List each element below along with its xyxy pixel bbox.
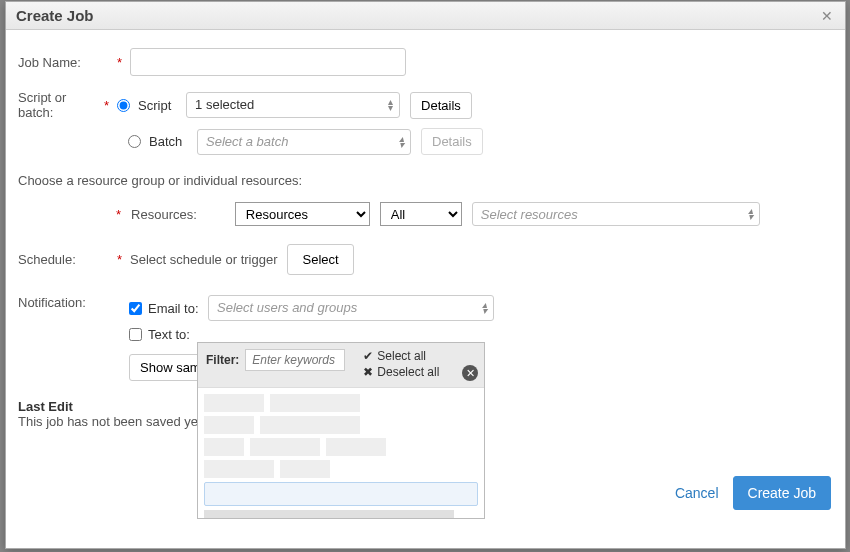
select-resources-placeholder: Select resources xyxy=(481,207,578,222)
resources-row: * Resources: Resources All Select resour… xyxy=(116,202,833,226)
resource-type-select[interactable]: Resources xyxy=(235,202,370,226)
script-row: Script or batch: * Script 1 selected ▴▾ … xyxy=(18,90,833,120)
batch-row: Batch Select a batch ▴▾ Details xyxy=(128,128,833,155)
script-radio[interactable] xyxy=(117,99,130,112)
deselect-all-label: Deselect all xyxy=(377,365,439,379)
email-to-placeholder: Select users and groups xyxy=(217,300,357,315)
x-icon: ✖ xyxy=(363,365,373,379)
dialog-title: Create Job xyxy=(16,7,94,24)
dialog-header: Create Job ✕ xyxy=(6,2,845,30)
text-to-label: Text to: xyxy=(148,327,208,342)
email-to-label: Email to: xyxy=(148,301,208,316)
email-to-select[interactable]: Select users and groups ▴▾ xyxy=(208,295,494,321)
dropdown-list[interactable] xyxy=(198,388,484,518)
close-icon[interactable]: ✕ xyxy=(819,8,835,24)
text-to-checkbox[interactable] xyxy=(129,328,142,341)
email-dropdown-panel: Filter: ✔ Select all ✖ Deselect all ✕ xyxy=(197,342,485,519)
notification-label: Notification: xyxy=(18,295,113,310)
text-to-row: Text to: xyxy=(129,327,494,342)
job-name-row: Job Name: * xyxy=(18,48,833,76)
script-select[interactable]: 1 selected ▴▾ xyxy=(186,92,400,118)
create-job-button[interactable]: Create Job xyxy=(733,476,831,510)
deselect-all-action[interactable]: ✖ Deselect all xyxy=(363,365,439,379)
notification-row: Notification: Email to: Select users and… xyxy=(18,295,833,348)
email-to-checkbox[interactable] xyxy=(129,302,142,315)
script-or-batch-label: Script or batch: xyxy=(18,90,100,120)
schedule-row: Schedule: * Select schedule or trigger S… xyxy=(18,244,833,275)
required-asterisk: * xyxy=(117,252,122,267)
batch-radio-label: Batch xyxy=(149,134,189,149)
select-resources-multiselect[interactable]: Select resources ▴▾ xyxy=(472,202,760,226)
resources-label: Resources: xyxy=(131,207,197,222)
batch-select[interactable]: Select a batch ▴▾ xyxy=(197,129,411,155)
updown-icon: ▴▾ xyxy=(399,136,404,148)
selection-actions: ✔ Select all ✖ Deselect all xyxy=(363,349,439,381)
batch-radio[interactable] xyxy=(128,135,141,148)
schedule-label: Schedule: xyxy=(18,252,113,267)
list-item[interactable] xyxy=(204,394,478,412)
select-schedule-button[interactable]: Select xyxy=(287,244,353,275)
list-item[interactable] xyxy=(204,482,478,506)
notification-options: Email to: Select users and groups ▴▾ Tex… xyxy=(129,295,494,348)
job-name-label: Job Name: xyxy=(18,55,113,70)
job-name-input[interactable] xyxy=(130,48,406,76)
resource-scope-select[interactable]: All xyxy=(380,202,462,226)
list-item[interactable] xyxy=(204,460,478,478)
updown-icon: ▴▾ xyxy=(388,99,393,111)
script-select-value: 1 selected xyxy=(195,97,254,112)
filter-input[interactable] xyxy=(245,349,345,371)
schedule-text: Select schedule or trigger xyxy=(130,252,277,267)
filter-label: Filter: xyxy=(206,353,239,367)
check-icon: ✔ xyxy=(363,349,373,363)
close-dropdown-icon[interactable]: ✕ xyxy=(462,365,478,381)
list-item[interactable] xyxy=(204,416,478,434)
script-radio-label: Script xyxy=(138,98,178,113)
updown-icon: ▴▾ xyxy=(482,302,487,314)
batch-details-button: Details xyxy=(421,128,483,155)
required-asterisk: * xyxy=(116,207,121,222)
select-all-label: Select all xyxy=(377,349,426,363)
required-asterisk: * xyxy=(117,55,122,70)
cancel-link[interactable]: Cancel xyxy=(675,485,719,501)
select-all-action[interactable]: ✔ Select all xyxy=(363,349,439,363)
create-job-dialog: Create Job ✕ Job Name: * Script or batch… xyxy=(5,1,846,549)
script-details-button[interactable]: Details xyxy=(410,92,472,119)
updown-icon: ▴▾ xyxy=(748,208,753,220)
dialog-body: Job Name: * Script or batch: * Script 1 … xyxy=(6,30,845,520)
dialog-footer: Cancel Create Job xyxy=(675,476,831,510)
choose-resource-text: Choose a resource group or individual re… xyxy=(18,173,833,188)
list-item[interactable] xyxy=(204,510,478,518)
list-item[interactable] xyxy=(204,438,478,456)
email-to-row: Email to: Select users and groups ▴▾ xyxy=(129,295,494,321)
required-asterisk: * xyxy=(104,98,109,113)
batch-select-placeholder: Select a batch xyxy=(206,134,288,149)
dropdown-header: Filter: ✔ Select all ✖ Deselect all ✕ xyxy=(198,343,484,388)
